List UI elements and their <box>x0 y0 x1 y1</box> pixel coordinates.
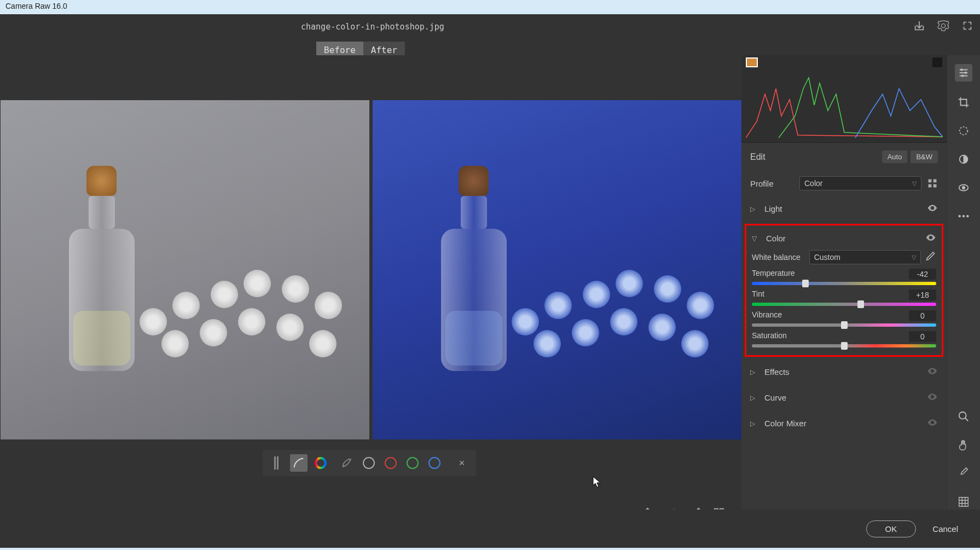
profile-browser-icon[interactable] <box>927 178 938 189</box>
vibrance-slider[interactable]: Vibrance0 <box>752 310 936 327</box>
svg-rect-1 <box>277 456 279 470</box>
cancel-button[interactable]: Cancel <box>932 524 958 534</box>
svg-point-19 <box>959 412 966 419</box>
white-balance-value: Custom <box>814 253 840 262</box>
white-balance-label: White balance <box>752 253 801 262</box>
zoom-icon[interactable] <box>956 409 971 424</box>
svg-point-12 <box>960 127 968 135</box>
white-balance-row: White balance Custom ▽ <box>752 250 936 264</box>
svg-point-9 <box>961 69 963 71</box>
svg-point-10 <box>965 72 967 74</box>
histogram[interactable] <box>741 55 947 143</box>
window-titlebar: Camera Raw 16.0 <box>0 0 980 14</box>
profile-label: Profile <box>750 179 799 188</box>
settings-gear-icon[interactable] <box>937 20 949 34</box>
histogram-clip-highlight-icon[interactable] <box>932 57 942 67</box>
image-after <box>373 100 741 439</box>
save-image-icon[interactable] <box>913 20 925 34</box>
edit-title: Edit <box>750 152 879 162</box>
svg-rect-5 <box>929 180 932 183</box>
snapshot-strip: × <box>263 450 476 476</box>
chevron-right-icon: ▷ <box>750 420 759 427</box>
temperature-label: Temperature <box>752 269 795 280</box>
mouse-cursor-icon <box>593 476 601 488</box>
mask-icon[interactable] <box>956 152 971 167</box>
vibrance-value[interactable]: 0 <box>909 310 936 321</box>
snapshot-circle-gray[interactable] <box>360 454 378 472</box>
section-curve-label: Curve <box>764 393 786 402</box>
section-curve[interactable]: ▷ Curve <box>741 385 947 410</box>
saturation-slider[interactable]: Saturation0 <box>752 331 936 348</box>
snapshot-circle-blue[interactable] <box>426 454 443 472</box>
section-effects-label: Effects <box>764 367 790 377</box>
svg-point-11 <box>961 75 964 77</box>
app-title: Camera Raw 16.0 <box>5 2 67 10</box>
edit-sliders-icon[interactable] <box>955 64 972 82</box>
tint-value[interactable]: +18 <box>909 290 936 300</box>
tint-label: Tint <box>752 290 764 300</box>
color-sampler-icon[interactable] <box>956 466 971 481</box>
svg-rect-6 <box>933 180 937 183</box>
section-colormixer[interactable]: ▷ Color Mixer <box>741 410 947 436</box>
chevron-down-icon: ▽ <box>752 235 761 242</box>
edit-panel: Edit Auto B&W Profile Color ▽ ▷ Light ▽ … <box>741 55 947 510</box>
white-balance-select[interactable]: Custom ▽ <box>809 250 921 264</box>
section-color-highlighted: ▽ Color White balance Custom ▽ Temperatu… <box>745 224 943 357</box>
chevron-right-icon: ▷ <box>750 394 759 402</box>
section-light[interactable]: ▷ Light <box>741 196 947 222</box>
snapshot-bw-icon[interactable] <box>338 454 356 472</box>
chevron-right-icon: ▷ <box>750 368 759 376</box>
snapshot-circle-red[interactable] <box>382 454 399 472</box>
svg-point-16 <box>959 215 961 217</box>
tool-strip <box>947 55 980 510</box>
svg-rect-8 <box>933 184 937 188</box>
edit-header: Edit Auto B&W <box>741 143 947 171</box>
tint-slider[interactable]: Tint+18 <box>752 290 936 306</box>
auto-button[interactable]: Auto <box>882 150 908 163</box>
fullscreen-icon[interactable] <box>961 20 973 34</box>
section-light-label: Light <box>764 204 782 213</box>
saturation-value[interactable]: 0 <box>909 331 936 342</box>
temperature-slider[interactable]: Temperature-42 <box>752 269 936 285</box>
bw-button[interactable]: B&W <box>911 150 938 163</box>
profile-row: Profile Color ▽ <box>741 171 947 196</box>
profile-select[interactable]: Color ▽ <box>799 176 921 190</box>
section-color[interactable]: ▽ Color <box>752 230 936 250</box>
svg-point-15 <box>962 186 965 189</box>
dialog-footer: OK Cancel <box>0 510 980 548</box>
chevron-down-icon: ▽ <box>912 254 916 261</box>
preview-area[interactable] <box>0 55 741 445</box>
section-effects[interactable]: ▷ Effects <box>741 359 947 385</box>
more-icon[interactable] <box>956 209 971 224</box>
eye-icon[interactable] <box>927 202 938 215</box>
eye-icon[interactable] <box>925 232 936 245</box>
section-colormixer-label: Color Mixer <box>764 419 807 428</box>
filename-label: change-color-in-photoshop.jpg <box>301 22 444 32</box>
grid-icon[interactable] <box>956 494 971 510</box>
eye-icon[interactable] <box>927 366 938 378</box>
saturation-label: Saturation <box>752 331 787 342</box>
eye-icon[interactable] <box>927 391 938 404</box>
temperature-value[interactable]: -42 <box>909 269 936 280</box>
snapshot-circle-green[interactable] <box>404 454 421 472</box>
svg-rect-7 <box>929 184 932 188</box>
crop-icon[interactable] <box>956 95 971 110</box>
healing-icon[interactable] <box>956 123 971 138</box>
snapshot-handle-icon[interactable] <box>268 454 286 472</box>
chevron-down-icon: ▽ <box>912 180 917 187</box>
profile-value: Color <box>804 179 822 188</box>
snapshot-close-icon[interactable]: × <box>453 454 471 472</box>
histogram-clip-shadow-icon[interactable] <box>746 57 758 67</box>
app-window: change-color-in-photoshop.jpg Before Aft… <box>0 14 980 548</box>
svg-point-17 <box>962 215 965 217</box>
snapshot-curve-icon[interactable] <box>290 454 308 472</box>
redeye-icon[interactable] <box>956 180 971 195</box>
eyedropper-icon[interactable] <box>925 252 936 263</box>
svg-rect-0 <box>274 456 276 470</box>
ok-button[interactable]: OK <box>866 520 917 537</box>
snapshot-colorwheel-icon[interactable] <box>312 454 329 472</box>
app-header: change-color-in-photoshop.jpg <box>0 14 980 35</box>
hand-icon[interactable] <box>956 437 971 453</box>
eye-icon[interactable] <box>927 417 938 430</box>
svg-point-2 <box>316 458 326 468</box>
